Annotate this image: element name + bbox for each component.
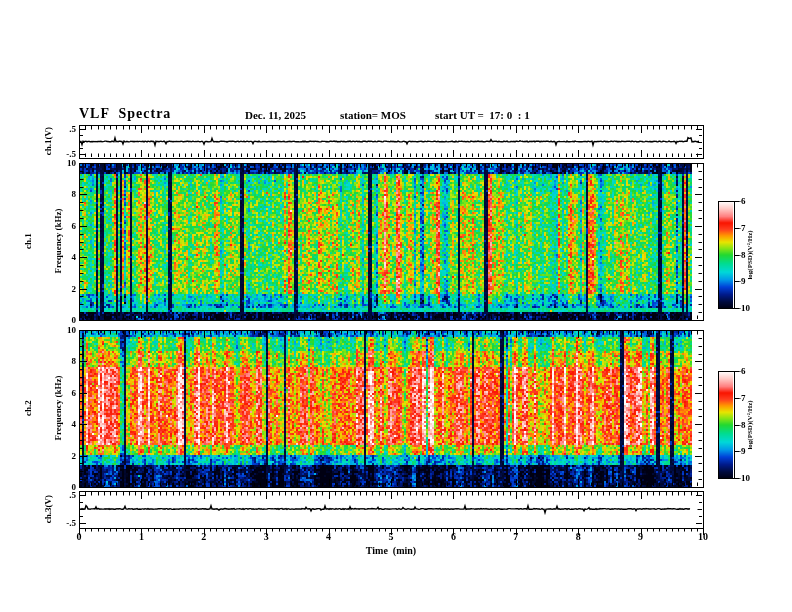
colorbar-tick-label: -8 (738, 420, 746, 430)
x-tick-label: 7 (506, 532, 526, 542)
x-tick-label: 8 (568, 532, 588, 542)
frequency-tick-label: 4 (40, 252, 76, 262)
colorbar-tick-label: -9 (738, 276, 746, 286)
x-tick-label: 6 (443, 532, 463, 542)
frequency-tick-label: 2 (40, 284, 76, 294)
frequency-tick-label: 0 (40, 315, 76, 325)
colorbar-tick-label: -7 (738, 223, 746, 233)
axis-label-line: ch.2 (23, 375, 33, 440)
x-tick-label: 3 (256, 532, 276, 542)
spectra-plot-canvas (0, 0, 792, 612)
x-tick-label: 9 (631, 532, 651, 542)
x-tick-label: 4 (319, 532, 339, 542)
axis-label-line: Frequency (kHz) (53, 375, 63, 440)
voltage-tick-label: -.5 (40, 518, 76, 528)
ch2-frequency-axis-label: ch.2 Frequency (kHz) (3, 375, 83, 440)
x-tick-label: 10 (693, 532, 713, 542)
figure-start-ut: start UT = 17: 0 : 1 (435, 109, 530, 121)
frequency-tick-label: 6 (40, 221, 76, 231)
x-axis-title: Time (min) (366, 545, 416, 556)
frequency-tick-label: 6 (40, 388, 76, 398)
axis-label-line: ch.1 (23, 208, 33, 273)
colorbar-tick-label: -6 (738, 366, 746, 376)
frequency-tick-label: 10 (40, 325, 76, 335)
frequency-tick-label: 8 (40, 189, 76, 199)
figure-station: station= MOS (340, 109, 406, 121)
colorbar1-label: log(PSD)(V²/Hz) (746, 230, 754, 279)
frequency-tick-label: 4 (40, 419, 76, 429)
figure-date: Dec. 11, 2025 (245, 109, 306, 121)
colorbar2-label: log(PSD)(V²/Hz) (746, 400, 754, 449)
colorbar-tick-label: -9 (738, 446, 746, 456)
frequency-tick-label: 8 (40, 356, 76, 366)
ch1-frequency-axis-label: ch.1 Frequency (kHz) (3, 208, 83, 273)
x-tick-label: 2 (194, 532, 214, 542)
figure-title: VLF Spectra (79, 106, 171, 122)
colorbar-tick-label: -6 (738, 196, 746, 206)
voltage-tick-label: .5 (40, 124, 76, 134)
x-tick-label: 1 (131, 532, 151, 542)
frequency-tick-label: 2 (40, 451, 76, 461)
colorbar-tick-label: -10 (738, 303, 750, 313)
x-tick-label: 5 (381, 532, 401, 542)
colorbar-tick-label: -8 (738, 250, 746, 260)
voltage-tick-label: -.5 (40, 149, 76, 159)
voltage-tick-label: .5 (40, 490, 76, 500)
axis-label-line: Frequency (kHz) (53, 208, 63, 273)
colorbar-tick-label: -10 (738, 473, 750, 483)
vlf-spectra-figure: VLF Spectra Dec. 11, 2025 station= MOS s… (0, 0, 792, 612)
colorbar-tick-label: -7 (738, 393, 746, 403)
frequency-tick-label: 10 (40, 158, 76, 168)
x-tick-label: 0 (69, 532, 89, 542)
